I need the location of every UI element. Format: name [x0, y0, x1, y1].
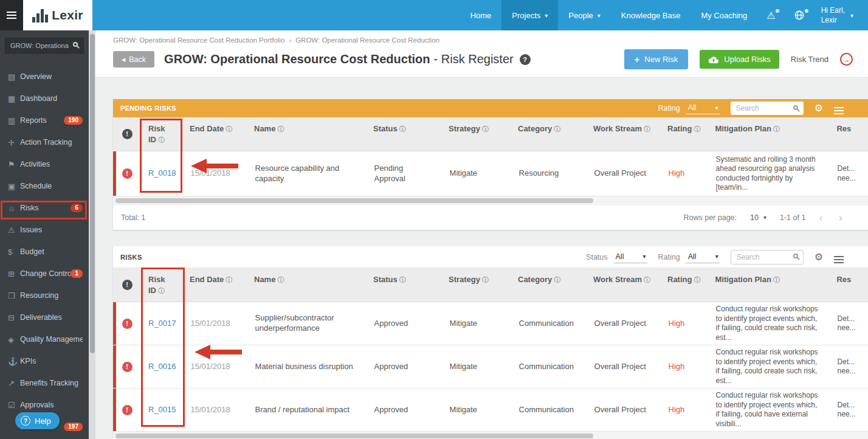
- alerts-icon[interactable]: ⚠: [757, 0, 784, 30]
- sidebar-scrollbar-thumb[interactable]: [90, 34, 95, 353]
- info-icon[interactable]: ⓘ: [399, 276, 406, 283]
- pending-menu-icon[interactable]: [834, 100, 844, 116]
- risk-id-link[interactable]: R_0018: [148, 168, 176, 179]
- sidebar-item-deliverables[interactable]: ⊟Deliverables: [0, 306, 89, 328]
- horizontal-scrollbar[interactable]: [113, 196, 868, 204]
- upload-risks-button[interactable]: Upload Risks: [700, 50, 779, 69]
- search-icon[interactable]: [73, 42, 78, 47]
- scrollbar-thumb[interactable]: [115, 198, 593, 203]
- sidebar-item-dashboard[interactable]: ▦Dashboard: [0, 88, 89, 109]
- column-header-name[interactable]: Nameⓘ: [247, 268, 366, 302]
- column-header-status[interactable]: Statusⓘ: [366, 117, 441, 151]
- column-header-response[interactable]: Res: [829, 117, 868, 151]
- risk-row[interactable]: ! R_0015 15/01/2018 Brand / reputational…: [113, 389, 868, 432]
- sidebar-item-change-control[interactable]: ⊞Change Control1: [0, 263, 89, 285]
- sidebar-item-activities[interactable]: ⚑Activities: [0, 153, 89, 175]
- pending-search-input[interactable]: [731, 102, 804, 115]
- sidebar-scrollbar[interactable]: [89, 30, 95, 439]
- search-icon[interactable]: [793, 105, 798, 110]
- nav-knowledge-base[interactable]: Knowledge Base: [611, 0, 691, 30]
- column-header-risk-id[interactable]: Risk IDⓘ: [141, 268, 182, 302]
- scrollbar-thumb[interactable]: [115, 434, 593, 438]
- breadcrumb-portfolio-link[interactable]: GROW: Operational Resource Cost Reductio…: [113, 36, 284, 44]
- rows-per-page-select[interactable]: 10▾: [750, 213, 766, 222]
- info-icon[interactable]: ⓘ: [399, 125, 406, 133]
- column-header-strategy[interactable]: Strategyⓘ: [441, 117, 511, 151]
- breadcrumb-project-link[interactable]: GROW: Operational Resource Cost Reductio…: [295, 36, 439, 44]
- column-header-work-stream[interactable]: Work Streamⓘ: [586, 268, 660, 302]
- risk-alert-icon[interactable]: !: [122, 405, 133, 415]
- sidebar-item-issues[interactable]: ⚠Issues: [0, 219, 89, 241]
- info-icon[interactable]: ⓘ: [482, 125, 489, 133]
- info-icon[interactable]: ⓘ: [554, 276, 560, 283]
- column-header-status[interactable]: Statusⓘ: [366, 268, 441, 302]
- info-icon[interactable]: ⓘ: [644, 276, 650, 283]
- info-icon[interactable]: ⓘ: [694, 125, 700, 133]
- column-header-alert[interactable]: !: [113, 268, 141, 302]
- risks-settings-gear-icon[interactable]: ⚙: [815, 252, 823, 262]
- column-header-mitigation-plan[interactable]: Mitigation Planⓘ: [708, 268, 829, 302]
- next-page-icon[interactable]: ›: [839, 211, 842, 224]
- column-header-end-date[interactable]: End Dateⓘ: [182, 268, 247, 302]
- nav-people[interactable]: People▾: [558, 0, 611, 30]
- title-help-icon[interactable]: ?: [520, 54, 531, 65]
- sidebar-item-risks[interactable]: ☼Risks6: [0, 197, 89, 219]
- column-header-rating[interactable]: Ratingⓘ: [660, 268, 708, 302]
- nav-projects[interactable]: Projects▾: [501, 0, 558, 30]
- back-button[interactable]: ◂Back: [113, 51, 154, 67]
- column-header-alert[interactable]: !: [113, 117, 141, 151]
- info-icon[interactable]: ⓘ: [158, 136, 165, 143]
- column-header-end-date[interactable]: End Dateⓘ: [182, 117, 247, 151]
- sidebar-item-action-tracking[interactable]: ✛Action Tracking: [0, 131, 89, 153]
- info-icon[interactable]: ⓘ: [277, 276, 284, 283]
- horizontal-scrollbar[interactable]: [113, 432, 868, 439]
- brand-logo[interactable]: Lexir: [23, 0, 92, 30]
- sidebar-item-quality-management[interactable]: ◈Quality Management: [0, 328, 89, 350]
- new-risk-button[interactable]: +New Risk: [624, 49, 689, 69]
- column-header-name[interactable]: Nameⓘ: [247, 117, 366, 151]
- column-header-work-stream[interactable]: Work Streamⓘ: [586, 117, 660, 151]
- risks-menu-icon[interactable]: [834, 249, 844, 265]
- sidebar-item-resourcing[interactable]: ❒Resourcing: [0, 285, 89, 306]
- nav-home[interactable]: Home: [460, 0, 502, 30]
- help-button[interactable]: ? Help: [15, 412, 60, 429]
- pending-rating-select[interactable]: All▾: [686, 102, 720, 114]
- user-menu[interactable]: Hi Earl, Lexir ▾: [814, 0, 868, 30]
- risk-id-link[interactable]: R_0015: [148, 405, 176, 415]
- info-icon[interactable]: ⓘ: [694, 276, 700, 283]
- column-header-response[interactable]: Res: [829, 268, 868, 302]
- info-icon[interactable]: ⓘ: [644, 125, 650, 133]
- nav-my-coaching[interactable]: My Coaching: [691, 0, 757, 30]
- risk-alert-icon[interactable]: !: [122, 362, 133, 372]
- column-header-strategy[interactable]: Strategyⓘ: [441, 268, 511, 302]
- risk-trend-icon[interactable]: →: [840, 53, 853, 66]
- sidebar-item-reports[interactable]: ▥Reports190: [0, 109, 89, 131]
- risks-search-input[interactable]: [731, 250, 804, 264]
- risk-row[interactable]: ! R_0017 15/01/2018 Supplier/subcontract…: [113, 302, 868, 345]
- info-icon[interactable]: ⓘ: [226, 125, 232, 133]
- column-header-rating[interactable]: Ratingⓘ: [660, 117, 708, 151]
- sidebar-item-benefits-tracking[interactable]: ↗Benefits Tracking: [0, 372, 89, 394]
- risk-alert-icon[interactable]: !: [122, 168, 133, 179]
- menu-icon[interactable]: [0, 0, 23, 30]
- info-icon[interactable]: ⓘ: [226, 276, 232, 283]
- risk-row[interactable]: ! R_0016 15/01/2018 Material business di…: [113, 345, 868, 389]
- info-icon[interactable]: ⓘ: [277, 125, 284, 133]
- sidebar-search-input[interactable]: [5, 38, 84, 54]
- risk-id-link[interactable]: R_0017: [148, 319, 176, 329]
- sidebar-item-schedule[interactable]: ▣Schedule: [0, 175, 89, 197]
- info-icon[interactable]: ⓘ: [554, 125, 560, 133]
- risks-status-select[interactable]: All▾: [613, 251, 647, 263]
- info-icon[interactable]: ⓘ: [773, 125, 780, 133]
- column-header-category[interactable]: Categoryⓘ: [511, 117, 586, 151]
- search-icon[interactable]: [793, 254, 798, 258]
- info-icon[interactable]: ⓘ: [773, 276, 780, 283]
- column-header-risk-id[interactable]: Risk IDⓘ: [141, 117, 182, 151]
- pending-settings-gear-icon[interactable]: ⚙: [815, 103, 823, 113]
- column-header-category[interactable]: Categoryⓘ: [511, 268, 586, 302]
- risk-row[interactable]: ! R_0018 15/01/2018 Resource capability …: [113, 151, 868, 196]
- risk-id-link[interactable]: R_0016: [148, 362, 176, 372]
- info-icon[interactable]: ⓘ: [158, 287, 165, 294]
- info-icon[interactable]: ⓘ: [482, 276, 489, 283]
- sidebar-item-budget[interactable]: $Budget: [0, 241, 89, 263]
